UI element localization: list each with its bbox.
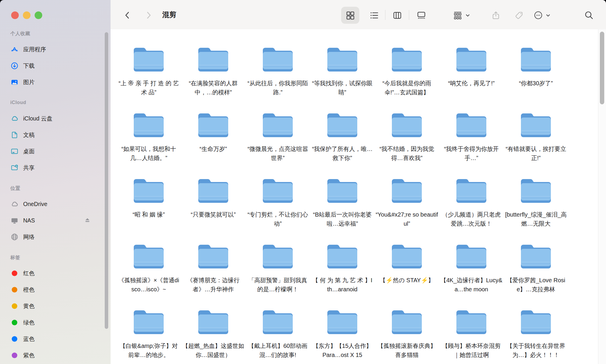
sidebar-item-tag-orange[interactable]: 橙色	[0, 281, 111, 298]
folder-item[interactable]: “You&#x27;re so beautiful”	[375, 161, 439, 226]
sidebar-item-tag-blue[interactable]: 蓝色	[0, 331, 111, 347]
sidebar-item-applications[interactable]: 应用程序	[0, 41, 111, 57]
folder-item[interactable]: 【戴上耳机】60部动画混…们的故事!	[246, 292, 310, 358]
folder-item[interactable]: “在满脸笑容的人群中，…的模样”	[181, 29, 246, 95]
grid-view-icon	[346, 11, 355, 20]
folder-item[interactable]: “生命万岁”	[181, 95, 246, 161]
back-button[interactable]	[122, 10, 133, 21]
sidebar-item-pictures[interactable]: 图片	[0, 74, 111, 90]
folder-label: 【 何 为 第 九 艺 术 】I th…aranoid	[311, 276, 374, 294]
folder-item[interactable]: “我不结婚，因为我觉得…喜欢我”	[375, 95, 439, 161]
folder-item[interactable]: 【顾与】桥本环奈混剪｜她曾活过啊	[439, 292, 504, 358]
folder-label: 【⚡然の STAY⚡】	[375, 276, 438, 285]
sidebar-item-tag-purple[interactable]: 紫色	[0, 347, 111, 363]
folder-icon	[325, 175, 360, 203]
folder-item[interactable]: “今后我就是你的雨伞!”…玄武国篇】	[375, 29, 439, 95]
folder-item[interactable]: “你都30岁了”	[504, 29, 568, 95]
view-grid-button[interactable]	[345, 10, 356, 21]
list-view-icon	[370, 11, 379, 20]
tag-dot-icon	[10, 335, 18, 343]
sidebar-item-icloud-drive[interactable]: iCloud 云盘	[0, 110, 111, 127]
folder-icon	[390, 241, 424, 269]
folder-item[interactable]: “我终于舍得为你放开手…”	[439, 95, 504, 161]
folder-item[interactable]: 【⚡然の STAY⚡】	[375, 226, 439, 292]
folder-icon	[325, 241, 360, 269]
folder-icon	[519, 175, 553, 203]
folder-item[interactable]: 「高甜预警」甜到我真的是…柠檬啊！	[246, 226, 310, 292]
eject-icon[interactable]	[84, 217, 91, 223]
folder-label: “今后我就是你的雨伞!”…玄武国篇】	[375, 79, 438, 97]
folder-item[interactable]: “专门剪烂，不让你们心动”	[246, 161, 310, 226]
folder-item[interactable]: 【4K_边缘行者】Lucy&a…the moon	[439, 226, 504, 292]
folder-label: 「高甜预警」甜到我真的是…柠檬啊！	[246, 276, 309, 294]
sidebar-scrollbar[interactable]	[105, 32, 108, 329]
scrollbar-thumb[interactable]	[600, 32, 604, 104]
sidebar-item-documents[interactable]: 文稿	[0, 127, 111, 143]
share-button[interactable]	[490, 10, 501, 21]
folder-label: “从此往后，你我形同陌路.”	[246, 79, 309, 97]
folder-item[interactable]: 【东方】【15人合作】Para…ost X 15	[310, 292, 375, 358]
sidebar-item-label: 橙色	[23, 286, 35, 294]
view-columns-button[interactable]	[392, 10, 402, 21]
folder-item[interactable]: “上 帝 亲 手 打 造 的 艺 术 品”	[116, 29, 181, 95]
folder-item[interactable]: “如果可以，我想和十几…人结婚。”	[116, 95, 181, 161]
group-by-button[interactable]	[453, 10, 470, 21]
folder-item[interactable]: “等我找到你，试探你眼睛”	[310, 29, 375, 95]
scrollbar-track[interactable]	[598, 29, 606, 364]
folder-item[interactable]: 【孤独摇滚新春庆典】喜多猫猫	[375, 292, 439, 358]
folder-item[interactable]: “昭 和 姻 缘”	[116, 161, 181, 226]
folder-item[interactable]: [butterfly_综漫_催泪_高燃…无限大	[504, 161, 568, 226]
view-gallery-button[interactable]	[416, 10, 426, 21]
folder-icon	[260, 241, 295, 269]
folder-view: “上 帝 亲 手 打 造 的 艺 术 品”“在满脸笑容的人群中，…的模样”“从此…	[111, 29, 598, 364]
folder-item[interactable]: 《赛博朋克：边缘行者》…升华神作	[181, 226, 246, 292]
sidebar-item-nas[interactable]: NAS	[0, 212, 111, 229]
folder-item[interactable]: （少儿频道）两只老虎爱跳…次元版！	[439, 161, 504, 226]
folder-item[interactable]: “有错就要认，挨打要立正!”	[504, 95, 568, 161]
sidebar-item-label: 蓝色	[23, 335, 35, 343]
folder-icon	[131, 175, 166, 203]
folder-item[interactable]: 【超燃_热血】这盛世如你…国盛世）	[181, 292, 246, 358]
folder-item[interactable]: 【爱你罗茜_Love Rosie】…克拉弗林	[504, 226, 568, 292]
sidebar-item-label: 绿色	[23, 319, 35, 326]
folder-item[interactable]: “从此往后，你我形同陌路.”	[246, 29, 310, 95]
sidebar-item-desktop[interactable]: 桌面	[0, 143, 111, 159]
sidebar-item-label: 紫色	[23, 351, 35, 359]
close-button[interactable]	[11, 11, 19, 19]
document-icon	[10, 131, 18, 139]
folder-item[interactable]: 【 何 为 第 九 艺 术 】I th…aranoid	[310, 226, 375, 292]
folder-item[interactable]: “微微晨光，点亮这喧嚣世界”	[246, 95, 310, 161]
share-icon	[491, 11, 500, 20]
gallery-view-icon	[417, 11, 426, 20]
folder-item[interactable]: 【关于我转生在异世界为…】必火！！！	[504, 292, 568, 358]
search-button[interactable]	[584, 10, 594, 21]
sidebar-item-onedrive[interactable]: OneDrive	[0, 196, 111, 212]
page-title: 混剪	[162, 0, 176, 29]
folder-item[interactable]: “只要微笑就可以”	[181, 161, 246, 226]
sidebar-item-tag-green[interactable]: 绿色	[0, 314, 111, 331]
tag-button[interactable]	[514, 10, 524, 21]
sidebar-item-tag-yellow[interactable]: 黄色	[0, 298, 111, 314]
sidebar-item-downloads[interactable]: 下载	[0, 57, 111, 74]
folder-label: “你都30岁了”	[505, 79, 567, 88]
sidebar-item-network[interactable]: 网络	[0, 229, 111, 245]
folder-icon	[519, 306, 553, 335]
zoom-button[interactable]	[35, 11, 42, 19]
more-button[interactable]	[534, 10, 551, 21]
sidebar-item-shared[interactable]: 共享	[0, 159, 111, 176]
folder-icon	[196, 241, 231, 269]
folder-icon	[519, 109, 553, 138]
folder-icon	[131, 109, 166, 138]
folder-item[interactable]: “呐艾伦，再见了!”	[439, 29, 504, 95]
view-list-button[interactable]	[369, 10, 380, 21]
folder-item[interactable]: “B站最后一次叫你老婆啦…远幸福”	[310, 161, 375, 226]
folder-item[interactable]: “我保护了所有人，唯…救下你”	[310, 95, 375, 161]
sidebar-item-tag-red[interactable]: 红色	[0, 265, 111, 281]
forward-button[interactable]	[143, 10, 154, 21]
sidebar-item-label: 桌面	[23, 147, 35, 155]
folder-item[interactable]: 【白银&amp;弥子】对前辈…的地步。	[116, 292, 181, 358]
sidebar-item-label: 黄色	[23, 302, 35, 310]
minimize-button[interactable]	[23, 11, 31, 19]
folder-item[interactable]: 《孤独摇滚》×《普通disco…isco》~	[116, 226, 181, 292]
folder-icon	[454, 44, 489, 72]
